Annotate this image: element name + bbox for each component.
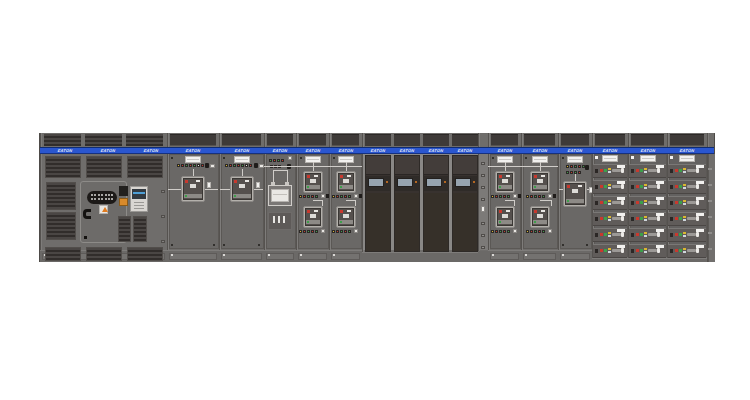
- control-lamp: [578, 171, 581, 174]
- pilot-light-green: [679, 217, 682, 220]
- bucket-handle-bar: [612, 217, 621, 220]
- bucket-handle-bar: [687, 201, 696, 204]
- control-upper-lamp: [495, 195, 498, 198]
- breaker-label: [310, 179, 316, 183]
- base-seam: [362, 252, 478, 253]
- mimic-drop-line: [322, 200, 323, 206]
- brand-mark: EATON: [679, 148, 696, 153]
- base-panel: [331, 253, 360, 260]
- control-lamp: [193, 164, 196, 167]
- bucket-handle-bar: [687, 249, 696, 252]
- breaker-trip-flag: [499, 175, 502, 178]
- control-upper-lamp: [538, 195, 541, 198]
- meter-window: [354, 229, 358, 233]
- bucket-handle-bar: [648, 233, 657, 236]
- breaker-status-window: [245, 180, 249, 182]
- pilot-light-green: [640, 217, 643, 220]
- breaker-label: [502, 214, 508, 218]
- control-upper-lamp: [507, 195, 510, 198]
- roof-vent-panel: [561, 134, 589, 146]
- bucket-handle-bar: [687, 169, 696, 172]
- connector-pin: [91, 194, 93, 196]
- roof-vent-panel: [452, 134, 478, 146]
- base-panel: [221, 253, 262, 260]
- bucket-handle-bar: [648, 169, 657, 172]
- unit-latch: [631, 156, 634, 159]
- hinge-block: [161, 215, 165, 218]
- selector-switch: [205, 163, 209, 168]
- control-lamp: [201, 164, 204, 167]
- control-lamp: [574, 165, 577, 168]
- control-upper-lamp: [299, 195, 302, 198]
- drive-door-top: [395, 156, 419, 175]
- breaker-status-window: [541, 175, 545, 177]
- breaker-trip-flag: [340, 175, 343, 178]
- control-upper-lamp: [315, 195, 318, 198]
- power-meter-screen: [132, 189, 146, 199]
- breaker-closed-flag: [534, 221, 536, 223]
- mimic-bus-line: [540, 200, 552, 201]
- mimic-bus-line: [346, 200, 356, 201]
- base-panel: [266, 253, 294, 260]
- section-nameplate-line: [534, 159, 546, 160]
- breaker-trip-flag: [185, 180, 188, 183]
- bottom-vent-louver: [45, 247, 81, 261]
- meter-window: [321, 229, 325, 233]
- control-lamp: [245, 164, 248, 167]
- control-lower-lamp: [340, 230, 343, 233]
- bucket-handle-bar: [612, 169, 621, 172]
- end-trim-slot: [708, 168, 712, 170]
- drive-door-top: [424, 156, 448, 175]
- pilot-light-red: [600, 201, 603, 204]
- section-nameplate-line: [569, 159, 581, 160]
- pilot-light-white: [683, 235, 686, 237]
- fuse-holder: [273, 216, 275, 223]
- roof-vent-panel: [170, 134, 216, 146]
- pilot-light-green: [679, 169, 682, 172]
- brand-mark: EATON: [457, 148, 474, 153]
- selector-switch: [254, 163, 258, 168]
- control-lamp: [570, 171, 573, 174]
- door-screw: [223, 244, 225, 246]
- bucket-latch: [631, 249, 634, 253]
- pilot-light-white: [608, 219, 611, 221]
- base-panel: [523, 253, 556, 260]
- brand-mark: EATON: [57, 148, 74, 153]
- pilot-light-green: [604, 233, 607, 236]
- pilot-light-red: [675, 201, 678, 204]
- breaker-trip-flag: [499, 210, 502, 213]
- bucket-latch: [670, 233, 673, 237]
- breaker-status-window: [541, 210, 545, 212]
- bucket-latch: [595, 169, 598, 173]
- control-lamp: [241, 164, 244, 167]
- bucket-label: [696, 245, 704, 248]
- breaker-label: [343, 179, 349, 183]
- pilot-light-white: [683, 219, 686, 221]
- bucket-label: [656, 213, 664, 216]
- section-nameplate-line: [307, 159, 319, 160]
- control-upper-lamp: [526, 195, 529, 198]
- breaker-status-window: [314, 210, 318, 212]
- bucket-handle-tip: [657, 168, 660, 173]
- bucket-handle-tip: [696, 232, 699, 237]
- roof-vent-panel: [299, 134, 326, 146]
- control-lamp: [566, 165, 569, 168]
- control-lower-lamp: [491, 230, 494, 233]
- bucket-latch: [670, 217, 673, 221]
- bucket-handle-tip: [621, 184, 624, 189]
- brand-mark: EATON: [602, 148, 619, 153]
- pilot-light-red: [675, 249, 678, 252]
- pilot-light-red: [600, 185, 603, 188]
- pilot-light-white: [608, 251, 611, 253]
- control-upper-lamp: [348, 195, 351, 198]
- control-row-1-lamp: [269, 159, 272, 162]
- control-lamp: [237, 164, 240, 167]
- meter-window: [210, 164, 215, 168]
- control-upper-lamp: [530, 195, 533, 198]
- control-lower-lamp: [526, 230, 529, 233]
- control-lower-lamp: [534, 230, 537, 233]
- pilot-light-amber: [644, 216, 647, 218]
- bucket-label: [617, 229, 625, 232]
- drive-power-led: [473, 181, 475, 183]
- roof-vent-panel: [423, 134, 449, 146]
